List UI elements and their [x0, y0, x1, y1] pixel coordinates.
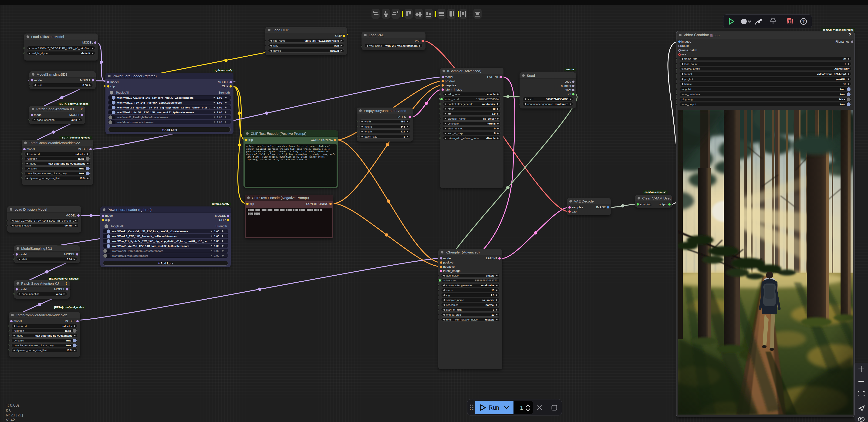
svg-text:1: 1	[520, 404, 523, 411]
svg-text:Run: Run	[489, 404, 499, 411]
svg-text:?: ?	[802, 19, 805, 24]
